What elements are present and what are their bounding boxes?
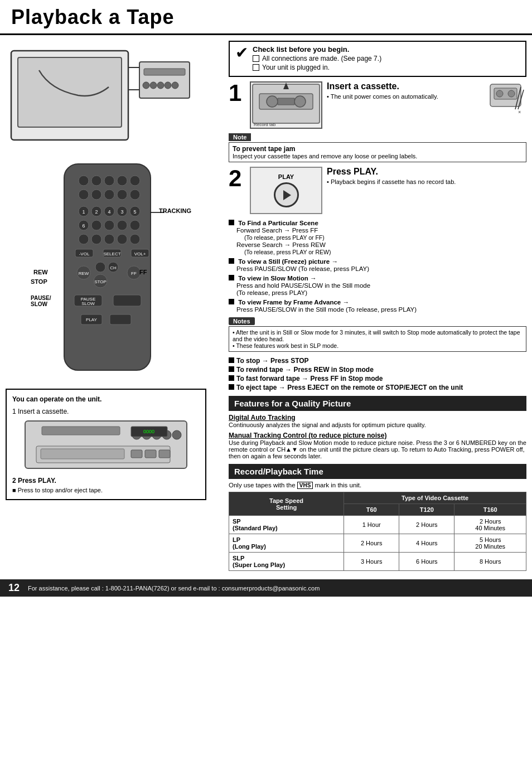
svg-text:4: 4 bbox=[108, 209, 110, 215]
step2-number: 2 bbox=[229, 167, 245, 190]
bullet-icon-2 bbox=[229, 258, 234, 264]
vcr-illustration bbox=[6, 45, 195, 157]
table-header-t120: T120 bbox=[399, 504, 454, 516]
svg-text:FF: FF bbox=[131, 271, 137, 276]
svg-point-40 bbox=[104, 234, 114, 244]
notes-content: • After the unit is in Still or Slow mod… bbox=[229, 326, 526, 352]
bullet-icon-3 bbox=[229, 275, 234, 280]
table-row: SP(Standard Play) 1 Hour 2 Hours 2 Hours… bbox=[229, 516, 526, 534]
svg-point-35 bbox=[104, 220, 114, 230]
checklist-item-1: All connections are made. (See page 7.) bbox=[253, 55, 381, 62]
playback-table: Tape SpeedSetting Type of Video Cassette… bbox=[229, 492, 526, 571]
svg-text:SLOW: SLOW bbox=[81, 301, 95, 306]
svg-point-12 bbox=[79, 176, 89, 186]
bullet-icon bbox=[229, 220, 234, 225]
svg-rect-75 bbox=[131, 450, 142, 458]
checkbox-1 bbox=[253, 55, 259, 62]
checklist-item-2: Your unit is plugged in. bbox=[253, 64, 381, 71]
unit-box: You can operate on the unit. 1 Insert a … bbox=[6, 389, 206, 500]
svg-point-51 bbox=[95, 262, 105, 272]
rew-label: REW bbox=[33, 269, 48, 275]
unit-note: ■ Press to stop and/or eject tape. bbox=[12, 487, 200, 493]
page-title: Playback a Tape bbox=[0, 0, 532, 35]
step2-desc: • Playback begins if cassette has no rec… bbox=[327, 178, 526, 185]
svg-point-41 bbox=[117, 234, 127, 244]
footer-contact: For assistance, please call : 1-800-211-… bbox=[28, 585, 320, 592]
svg-text:1: 1 bbox=[82, 209, 85, 215]
table-row: LP(Long Play) 2 Hours 4 Hours 5 Hours20 … bbox=[229, 534, 526, 553]
svg-point-8 bbox=[172, 82, 178, 89]
play-button-circle bbox=[274, 182, 299, 207]
manual-tracking: Manual Tracking Control (to reduce pictu… bbox=[229, 432, 526, 459]
svg-point-4 bbox=[143, 82, 149, 89]
footer-page-number: 12 bbox=[8, 582, 20, 594]
svg-point-38 bbox=[79, 234, 89, 244]
instructions: To Find a Particular Scene Forward Searc… bbox=[229, 219, 526, 313]
step2-content: Press PLAY. • Playback begins if cassett… bbox=[327, 167, 526, 185]
remote-illustration: 3 1 2 4 5 6 -V bbox=[47, 161, 176, 379]
pause-slow-label: PAUSE/ SLOW bbox=[31, 295, 51, 307]
bullet-ff-icon bbox=[229, 375, 234, 381]
svg-text:PLAY: PLAY bbox=[86, 317, 98, 322]
svg-point-20 bbox=[117, 190, 127, 200]
svg-text:2: 2 bbox=[95, 209, 98, 215]
stop-label: STOP bbox=[31, 278, 47, 285]
svg-text:3: 3 bbox=[120, 209, 123, 215]
svg-point-18 bbox=[91, 190, 101, 200]
svg-rect-67 bbox=[42, 427, 120, 435]
bullet-icon-4 bbox=[229, 299, 234, 304]
bullet-eject-icon bbox=[229, 384, 234, 390]
svg-text:REW: REW bbox=[79, 271, 89, 276]
bullet-rewind-icon bbox=[229, 366, 234, 372]
svg-rect-2 bbox=[139, 62, 190, 98]
svg-rect-3 bbox=[144, 69, 185, 75]
table-intro: Only use tapes with the VHS mark in this… bbox=[229, 482, 526, 489]
step2-container: 2 PLAY Press PLAY. • Playback begins if … bbox=[229, 167, 526, 214]
table-row: SLP(Super Long Play) 3 Hours 6 Hours 8 H… bbox=[229, 553, 526, 571]
svg-point-7 bbox=[165, 82, 171, 89]
svg-point-39 bbox=[91, 234, 101, 244]
quick-ops: To stop → Press STOP To rewind tape → Pr… bbox=[229, 356, 526, 391]
note-label: Note bbox=[229, 133, 251, 141]
footer: 12 For assistance, please call : 1-800-2… bbox=[0, 579, 532, 597]
svg-point-36 bbox=[117, 220, 127, 230]
step1-container: 1 Record tab Insert a cassette. bbox=[229, 81, 526, 129]
record-playback-section-header: Record/Playback Time bbox=[229, 464, 526, 479]
svg-point-14 bbox=[104, 176, 114, 186]
svg-point-42 bbox=[130, 234, 140, 244]
svg-point-17 bbox=[79, 190, 89, 200]
step1-title: Insert a cassette. bbox=[327, 81, 483, 91]
ff-label: FF bbox=[139, 269, 147, 275]
svg-text:VOL+: VOL+ bbox=[134, 251, 146, 256]
svg-point-72 bbox=[172, 430, 181, 439]
bullet-stop-icon bbox=[229, 357, 234, 363]
unit-step1: 1 Insert a cassette. bbox=[12, 408, 200, 415]
notes-label: Notes bbox=[229, 317, 255, 325]
svg-rect-74 bbox=[41, 449, 124, 459]
checkbox-2 bbox=[253, 64, 259, 71]
table-header-t60: T60 bbox=[344, 504, 399, 516]
step2-title: Press PLAY. bbox=[327, 167, 526, 177]
svg-point-13 bbox=[91, 176, 101, 186]
svg-text:×: × bbox=[518, 109, 521, 115]
play-label: PLAY bbox=[278, 173, 294, 180]
svg-rect-64 bbox=[110, 314, 131, 325]
svg-rect-61 bbox=[113, 295, 141, 306]
step2-image: PLAY bbox=[250, 167, 322, 214]
svg-point-15 bbox=[117, 176, 127, 186]
svg-point-82 bbox=[267, 96, 278, 107]
step1-number: 1 bbox=[229, 81, 245, 105]
svg-point-19 bbox=[104, 190, 114, 200]
table-header-type: Type of Video Cassette bbox=[344, 492, 526, 504]
features-section-header: Features for a Quality Picture bbox=[229, 396, 526, 411]
svg-point-34 bbox=[91, 220, 101, 230]
svg-text:-VOL: -VOL bbox=[79, 251, 90, 256]
play-triangle-icon bbox=[283, 190, 291, 200]
step1-desc: • The unit power comes on automatically. bbox=[327, 93, 483, 100]
svg-text:6: 6 bbox=[82, 223, 85, 229]
svg-point-21 bbox=[130, 190, 140, 200]
unit-box-title: You can operate on the unit. bbox=[12, 395, 200, 403]
svg-rect-77 bbox=[159, 450, 170, 458]
table-header-t160: T160 bbox=[454, 504, 526, 516]
svg-point-6 bbox=[157, 82, 164, 89]
